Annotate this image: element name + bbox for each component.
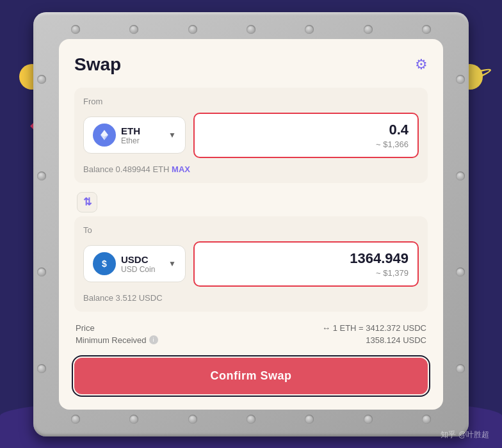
to-chevron-icon: ▼ xyxy=(168,259,176,268)
min-received-label: Minimum Received i xyxy=(76,335,158,345)
to-balance-text: Balance 3.512 USDC xyxy=(83,293,163,303)
confirm-swap-button[interactable]: Confirm Swap xyxy=(74,358,428,394)
price-label: Price xyxy=(76,323,95,333)
rivet xyxy=(188,415,197,424)
from-content: ETH Ether ▼ 0.4 ~ $1,366 xyxy=(83,113,419,158)
to-amount-usd: ~ $1,379 xyxy=(204,268,409,278)
rivet xyxy=(37,75,46,84)
price-info: Price ↔ 1 ETH = 3412.372 USDC Minimum Re… xyxy=(74,317,428,350)
min-received-row: Minimum Received i 1358.124 USDC xyxy=(76,335,426,345)
rivet xyxy=(37,364,46,373)
confirm-btn-wrapper: Confirm Swap xyxy=(74,358,428,394)
card-header: Swap ⚙ xyxy=(74,54,428,75)
to-label: To xyxy=(83,225,419,235)
from-token-name: Ether xyxy=(121,136,163,145)
rivet xyxy=(37,268,46,276)
from-token-info: ETH Ether xyxy=(121,125,163,145)
from-section: From ETH Ether ▼ xyxy=(74,88,428,183)
from-balance-text: Balance 0.489944 ETH xyxy=(83,164,169,174)
settings-icon[interactable]: ⚙ xyxy=(415,56,428,73)
rivet xyxy=(456,75,465,84)
to-amount-box: 1364.949 ~ $1,379 xyxy=(193,241,419,287)
rivet xyxy=(188,25,197,34)
rivet xyxy=(37,172,46,180)
rivet xyxy=(422,25,431,34)
to-amount-value: 1364.949 xyxy=(204,250,409,267)
max-button[interactable]: MAX xyxy=(172,164,190,174)
rivet xyxy=(71,25,80,34)
rivets-bottom xyxy=(46,415,456,424)
usdc-icon: $ xyxy=(93,252,116,275)
from-amount-value: 0.4 xyxy=(204,122,409,138)
from-token-selector[interactable]: ETH Ether ▼ xyxy=(83,116,186,154)
to-balance: Balance 3.512 USDC xyxy=(83,293,419,303)
rivets-left xyxy=(37,12,46,436)
rivet xyxy=(305,25,314,34)
rivet xyxy=(129,25,138,34)
rivets-right xyxy=(456,12,465,436)
info-icon[interactable]: i xyxy=(149,335,158,344)
swap-direction: ⇅ xyxy=(77,188,428,216)
from-amount-usd: ~ $1,366 xyxy=(204,140,409,149)
page-title: Swap xyxy=(74,54,121,75)
to-token-selector[interactable]: $ USDC USD Coin ▼ xyxy=(83,245,186,282)
rivet xyxy=(456,172,465,180)
min-received-value: 1358.124 USDC xyxy=(366,335,426,345)
metal-frame: Swap ⚙ From ETH Ether xyxy=(33,12,469,436)
price-row: Price ↔ 1 ETH = 3412.372 USDC xyxy=(76,323,426,333)
rivet xyxy=(247,25,255,34)
from-amount-box: 0.4 ~ $1,366 xyxy=(193,113,419,158)
swap-direction-button[interactable]: ⇅ xyxy=(77,192,97,212)
to-token-info: USDC USD Coin xyxy=(121,254,163,274)
eth-icon xyxy=(93,124,116,147)
rivet xyxy=(305,415,314,424)
to-section: To $ USDC USD Coin ▼ 1364.949 ~ $1,379 xyxy=(74,216,428,312)
rivet xyxy=(422,415,431,424)
from-token-symbol: ETH xyxy=(121,125,163,136)
price-value: ↔ 1 ETH = 3412.372 USDC xyxy=(322,323,426,333)
from-chevron-icon: ▼ xyxy=(168,131,176,140)
rivet xyxy=(364,25,373,34)
rivet xyxy=(456,268,465,276)
from-label: From xyxy=(83,97,419,106)
to-token-name: USD Coin xyxy=(121,265,163,274)
rivet xyxy=(129,415,138,424)
to-token-symbol: USDC xyxy=(121,254,163,265)
rivet xyxy=(364,415,373,424)
from-balance: Balance 0.489944 ETH MAX xyxy=(83,164,419,174)
rivet xyxy=(71,415,80,424)
rivets-top xyxy=(46,25,456,34)
swap-card: Swap ⚙ From ETH Ether xyxy=(59,39,443,410)
to-content: $ USDC USD Coin ▼ 1364.949 ~ $1,379 xyxy=(83,241,419,287)
rivet xyxy=(456,364,465,373)
rivet xyxy=(247,415,255,424)
watermark: 知乎 @叶胜超 xyxy=(441,429,489,440)
